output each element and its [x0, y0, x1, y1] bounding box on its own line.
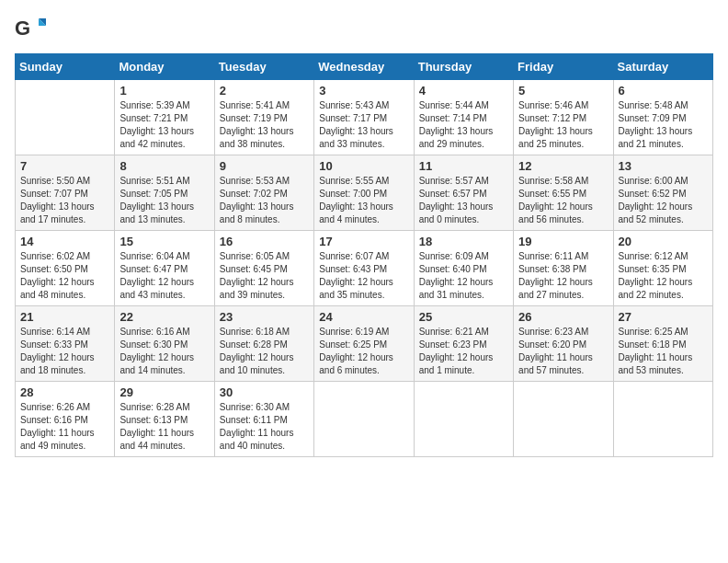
calendar-week-5: 28Sunrise: 6:26 AMSunset: 6:16 PMDayligh…: [16, 382, 713, 457]
day-number: 21: [20, 310, 109, 324]
calendar-cell: 26Sunrise: 6:23 AMSunset: 6:20 PMDayligh…: [514, 306, 613, 382]
calendar-cell: 7Sunrise: 5:50 AMSunset: 7:07 PMDaylight…: [16, 155, 115, 231]
day-info: Sunrise: 5:44 AMSunset: 7:14 PMDaylight:…: [419, 99, 508, 151]
calendar-cell: [314, 382, 414, 457]
calendar-cell: 18Sunrise: 6:09 AMSunset: 6:40 PMDayligh…: [414, 231, 513, 306]
calendar-cell: 28Sunrise: 6:26 AMSunset: 6:16 PMDayligh…: [16, 382, 115, 457]
calendar-week-3: 14Sunrise: 6:02 AMSunset: 6:50 PMDayligh…: [16, 231, 713, 306]
logo-icon: G: [15, 15, 46, 42]
day-number: 26: [518, 310, 608, 324]
day-info: Sunrise: 6:05 AMSunset: 6:45 PMDaylight:…: [220, 250, 309, 302]
day-number: 11: [419, 159, 508, 173]
calendar-cell: 5Sunrise: 5:46 AMSunset: 7:12 PMDaylight…: [514, 80, 613, 155]
day-info: Sunrise: 6:21 AMSunset: 6:23 PMDaylight:…: [419, 326, 508, 377]
calendar-cell: 10Sunrise: 5:55 AMSunset: 7:00 PMDayligh…: [314, 155, 414, 231]
day-number: 7: [20, 159, 109, 173]
calendar-cell: 11Sunrise: 5:57 AMSunset: 6:57 PMDayligh…: [414, 155, 513, 231]
calendar-cell: 9Sunrise: 5:53 AMSunset: 7:02 PMDaylight…: [214, 155, 313, 231]
calendar-cell: 6Sunrise: 5:48 AMSunset: 7:09 PMDaylight…: [613, 80, 712, 155]
calendar-cell: 16Sunrise: 6:05 AMSunset: 6:45 PMDayligh…: [214, 231, 313, 306]
day-info: Sunrise: 5:50 AMSunset: 7:07 PMDaylight:…: [20, 175, 109, 226]
calendar-cell: 25Sunrise: 6:21 AMSunset: 6:23 PMDayligh…: [414, 306, 513, 382]
day-number: 23: [220, 310, 309, 324]
day-number: 15: [119, 235, 209, 248]
calendar-cell: 21Sunrise: 6:14 AMSunset: 6:33 PMDayligh…: [16, 306, 115, 382]
day-header-tuesday: Tuesday: [214, 54, 313, 80]
calendar-cell: [514, 382, 613, 457]
day-number: 12: [518, 159, 608, 173]
day-number: 16: [220, 235, 309, 248]
day-info: Sunrise: 6:26 AMSunset: 6:16 PMDaylight:…: [20, 401, 109, 453]
day-info: Sunrise: 6:12 AMSunset: 6:35 PMDaylight:…: [619, 250, 708, 302]
day-info: Sunrise: 6:04 AMSunset: 6:47 PMDaylight:…: [119, 250, 209, 302]
calendar-cell: 15Sunrise: 6:04 AMSunset: 6:47 PMDayligh…: [115, 231, 214, 306]
calendar-cell: [613, 382, 712, 457]
day-number: 20: [619, 235, 708, 248]
day-header-saturday: Saturday: [613, 54, 712, 80]
day-info: Sunrise: 6:14 AMSunset: 6:33 PMDaylight:…: [20, 326, 109, 377]
calendar-header-row: SundayMondayTuesdayWednesdayThursdayFrid…: [16, 54, 713, 80]
day-info: Sunrise: 6:11 AMSunset: 6:38 PMDaylight:…: [518, 250, 608, 302]
calendar-cell: 8Sunrise: 5:51 AMSunset: 7:05 PMDaylight…: [115, 155, 214, 231]
day-info: Sunrise: 5:48 AMSunset: 7:09 PMDaylight:…: [619, 99, 708, 151]
day-number: 27: [619, 310, 708, 324]
day-info: Sunrise: 6:19 AMSunset: 6:25 PMDaylight:…: [319, 326, 408, 377]
day-info: Sunrise: 6:09 AMSunset: 6:40 PMDaylight:…: [419, 250, 508, 302]
day-header-sunday: Sunday: [16, 54, 115, 80]
day-info: Sunrise: 5:46 AMSunset: 7:12 PMDaylight:…: [518, 99, 608, 151]
day-info: Sunrise: 5:58 AMSunset: 6:55 PMDaylight:…: [518, 175, 608, 226]
day-number: 28: [20, 385, 109, 399]
svg-text:G: G: [15, 17, 30, 40]
calendar-cell: 23Sunrise: 6:18 AMSunset: 6:28 PMDayligh…: [214, 306, 313, 382]
day-number: 24: [319, 310, 408, 324]
day-header-wednesday: Wednesday: [314, 54, 414, 80]
calendar-cell: 14Sunrise: 6:02 AMSunset: 6:50 PMDayligh…: [16, 231, 115, 306]
day-header-thursday: Thursday: [414, 54, 513, 80]
calendar-cell: 27Sunrise: 6:25 AMSunset: 6:18 PMDayligh…: [613, 306, 712, 382]
day-info: Sunrise: 6:07 AMSunset: 6:43 PMDaylight:…: [319, 250, 408, 302]
day-info: Sunrise: 5:43 AMSunset: 7:17 PMDaylight:…: [319, 99, 408, 151]
calendar-cell: [414, 382, 513, 457]
day-number: 8: [119, 159, 209, 173]
calendar-week-4: 21Sunrise: 6:14 AMSunset: 6:33 PMDayligh…: [16, 306, 713, 382]
calendar-cell: 22Sunrise: 6:16 AMSunset: 6:30 PMDayligh…: [115, 306, 214, 382]
calendar-cell: 29Sunrise: 6:28 AMSunset: 6:13 PMDayligh…: [115, 382, 214, 457]
calendar-cell: 3Sunrise: 5:43 AMSunset: 7:17 PMDaylight…: [314, 80, 414, 155]
calendar-week-1: 1Sunrise: 5:39 AMSunset: 7:21 PMDaylight…: [16, 80, 713, 155]
day-info: Sunrise: 6:30 AMSunset: 6:11 PMDaylight:…: [220, 401, 309, 453]
calendar-cell: 12Sunrise: 5:58 AMSunset: 6:55 PMDayligh…: [514, 155, 613, 231]
day-number: 5: [518, 84, 608, 98]
day-info: Sunrise: 6:25 AMSunset: 6:18 PMDaylight:…: [619, 326, 708, 377]
day-header-monday: Monday: [115, 54, 214, 80]
day-info: Sunrise: 6:02 AMSunset: 6:50 PMDaylight:…: [20, 250, 109, 302]
calendar-cell: 13Sunrise: 6:00 AMSunset: 6:52 PMDayligh…: [613, 155, 712, 231]
calendar-week-2: 7Sunrise: 5:50 AMSunset: 7:07 PMDaylight…: [16, 155, 713, 231]
day-number: 1: [119, 84, 209, 98]
day-number: 6: [619, 84, 708, 98]
day-info: Sunrise: 5:53 AMSunset: 7:02 PMDaylight:…: [220, 175, 309, 226]
day-number: 9: [220, 159, 309, 173]
day-number: 2: [220, 84, 309, 98]
day-info: Sunrise: 6:18 AMSunset: 6:28 PMDaylight:…: [220, 326, 309, 377]
day-number: 13: [619, 159, 708, 173]
day-info: Sunrise: 6:16 AMSunset: 6:30 PMDaylight:…: [119, 326, 209, 377]
day-number: 19: [518, 235, 608, 248]
day-number: 3: [319, 84, 408, 98]
day-number: 25: [419, 310, 508, 324]
day-info: Sunrise: 5:39 AMSunset: 7:21 PMDaylight:…: [119, 99, 209, 151]
day-info: Sunrise: 6:00 AMSunset: 6:52 PMDaylight:…: [619, 175, 708, 226]
calendar-cell: 4Sunrise: 5:44 AMSunset: 7:14 PMDaylight…: [414, 80, 513, 155]
day-info: Sunrise: 5:55 AMSunset: 7:00 PMDaylight:…: [319, 175, 408, 226]
calendar-table: SundayMondayTuesdayWednesdayThursdayFrid…: [15, 53, 713, 457]
calendar-cell: 19Sunrise: 6:11 AMSunset: 6:38 PMDayligh…: [514, 231, 613, 306]
day-number: 30: [220, 385, 309, 399]
day-number: 22: [119, 310, 209, 324]
day-info: Sunrise: 5:41 AMSunset: 7:19 PMDaylight:…: [220, 99, 309, 151]
logo: G: [15, 15, 48, 42]
day-number: 29: [119, 385, 209, 399]
calendar-cell: 1Sunrise: 5:39 AMSunset: 7:21 PMDaylight…: [115, 80, 214, 155]
calendar-cell: 2Sunrise: 5:41 AMSunset: 7:19 PMDaylight…: [214, 80, 313, 155]
day-header-friday: Friday: [514, 54, 613, 80]
day-info: Sunrise: 5:57 AMSunset: 6:57 PMDaylight:…: [419, 175, 508, 226]
calendar-cell: 30Sunrise: 6:30 AMSunset: 6:11 PMDayligh…: [214, 382, 313, 457]
